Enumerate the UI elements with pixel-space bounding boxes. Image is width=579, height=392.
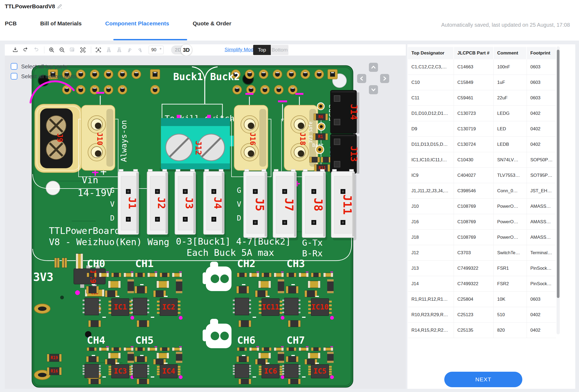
bom-cell: C25123 [454,307,494,322]
bom-row[interactable]: IC9C404027TLV7553…SOT95P… [408,168,556,183]
mode-3d-knob[interactable]: 3D [181,44,192,56]
bom-cell: 510 [494,307,527,322]
svg-text:IC11: IC11 [262,303,279,311]
tab-component-placements[interactable]: Component Placements [105,20,169,27]
redo-button[interactable] [33,46,40,53]
bom-row[interactable]: J18C108769PowerO…AMASS… [408,230,556,245]
bom-row[interactable]: J12C3703SwitchTe…Terminal… [408,245,556,261]
jst-connector-j4[interactable]: J4 [203,169,226,237]
jst-connector-j11[interactable]: J11 [331,169,356,240]
download-button[interactable] [12,46,19,53]
bom-row[interactable]: R1,R11,R12,R1…C2580410K0603 [408,292,556,307]
mode-2d-label[interactable]: 2D [175,47,181,53]
bom-row[interactable]: IC1,IC10,IC11,I…C10430SN74LV…SOP50P… [408,152,556,168]
tab-bill-of-materials[interactable]: Bill of Materials [40,20,82,27]
bom-row[interactable]: R14,R15,R2,R2…C251358200402 [408,323,556,338]
rotate-cw-button[interactable] [137,46,144,53]
next-button[interactable]: NEXT [444,372,522,387]
select-all-bottom-checkbox[interactable] [11,73,17,80]
rotation-input[interactable]: 90 ° [149,46,164,54]
simplify-model-link[interactable]: Simplify Model [225,47,258,53]
bom-row[interactable]: C10C158491uF0603 [408,75,556,90]
jst-connector-j7[interactable]: J7 [273,169,298,240]
bom-row[interactable]: C11C5946122uF0603 [408,90,556,106]
bom-cell: PowerO… [494,214,527,229]
bom-cell: C108769 [454,230,494,245]
select-all-top-checkbox[interactable] [11,63,17,70]
bom-cell: 0402 [527,106,556,121]
side-bottom-button[interactable]: Bottom [271,45,288,55]
jst-connector-j2[interactable]: J2 [147,169,169,237]
bom-cell: 0603 [527,90,556,105]
select-all-top-label: Select all top parts [21,63,67,70]
svg-text:R19: R19 [51,355,58,360]
jst-connector-j3[interactable]: J3 [175,169,197,237]
tab-pcb[interactable]: PCB [5,20,17,27]
board-3d-viewport[interactable]: Buck1Buck2To kill switch++++Always-on++V… [5,56,406,389]
edit-title-button[interactable] [57,3,63,10]
select-designator-button[interactable] [95,46,102,53]
bom-cell: C14663 [454,59,494,75]
chevron-right-icon [382,76,388,81]
bom-cell: D1,D10,D12,D1… [408,106,454,121]
bom-row[interactable]: J16C108769PowerO…AMASS… [408,214,556,230]
bom-cell: SOP50P… [527,152,556,167]
terminal-block-j12[interactable]: J12 [160,118,234,171]
svg-text:J8: J8 [312,198,325,211]
pan-left-button[interactable] [357,74,366,83]
zoom-out-button[interactable] [59,46,65,53]
bom-row[interactable]: J10C108769PowerO…AMASS… [408,199,556,214]
bom-cell: LED [494,121,527,136]
pan-up-button[interactable] [369,63,378,72]
zoom-selection-button[interactable] [69,46,76,53]
xt30-connector-j16[interactable]: J16 [231,105,271,177]
view-mode-toggle[interactable]: 2D 3D [171,45,192,54]
jst-connector-j1[interactable]: J1 [118,169,140,237]
bom-row[interactable]: J14C7499322FSR2PinSock… [408,276,556,292]
bom-row[interactable]: J1,J11,J2,J3,J4,…C398546Conn_0…JST_EH… [408,183,556,199]
tab-quote-order[interactable]: Quote & Order [193,20,231,27]
jst-connector-j5[interactable]: J5 [244,169,269,240]
bom-row[interactable]: J13C7499322FSR1PinSock… [408,261,556,276]
select-all-bottom-row: Select all bottom parts [11,73,77,80]
svg-text:Buck1: Buck1 [173,71,203,83]
pcb-3d-render[interactable]: Buck1Buck2To kill switch++++Always-on++V… [5,56,406,389]
undo-button[interactable] [22,46,29,53]
svg-text:J12: J12 [194,141,203,155]
bom-cell: C7499322 [454,276,494,291]
xt30-connector-j10[interactable]: J10 [79,105,118,177]
pan-right-button[interactable] [380,74,389,83]
chevron-up-icon [370,64,376,70]
flip-horizontal-right-button[interactable] [116,46,123,53]
bom-row[interactable]: R10,R23,R29,R…C251235100402 [408,307,556,323]
zoom-in-button[interactable] [48,46,55,53]
bom-row[interactable]: D11,D13,D15,D…C130724LEDB0402 [408,137,556,152]
svg-text:J3: J3 [183,197,195,209]
fit-view-button[interactable] [79,46,86,53]
svg-text:J5: J5 [253,198,266,211]
bom-cell: 0402 [527,307,556,322]
bom-cell: SOT95P… [527,168,556,183]
bom-scrollbar-track[interactable] [557,46,560,334]
svg-text:IC4: IC4 [162,367,175,375]
flip-horizontal-left-button[interactable] [105,46,112,53]
bom-row[interactable]: D1,D10,D12,D1…C130723LEDG0402 [408,106,556,121]
pin-header-j13[interactable]: J13 [330,134,359,174]
canvas-toolbar: 90 ° 2D 3D Simplify Model Top Bottom [5,44,406,56]
svg-text:V8 - Weizhuo(Ken) Wang: V8 - Weizhuo(Ken) Wang [49,237,169,247]
zoom-out-icon [59,47,65,53]
side-top-button[interactable]: Top [253,45,271,55]
zoom-selection-icon [69,47,76,53]
pan-down-button[interactable] [369,85,378,94]
pin-header-j14[interactable]: J14 [330,90,359,134]
jst-connector-j8[interactable]: J8 [302,169,327,240]
svg-text:3V3: 3V3 [33,271,53,284]
svg-text:G: G [110,186,114,194]
bom-row[interactable]: C1,C12,C2,C3,…C14663100nF0603 [408,59,556,75]
bom-row[interactable]: D9C130719LED0402 [408,121,556,137]
rotate-ccw-button[interactable] [126,46,133,53]
bom-scrollbar-thumb[interactable] [557,50,559,298]
bom-cell: R1,R11,R12,R1… [408,292,454,307]
svg-text:Each Buck 5A max: Each Buck 5A max [187,247,274,258]
svg-text:J16: J16 [249,132,257,146]
